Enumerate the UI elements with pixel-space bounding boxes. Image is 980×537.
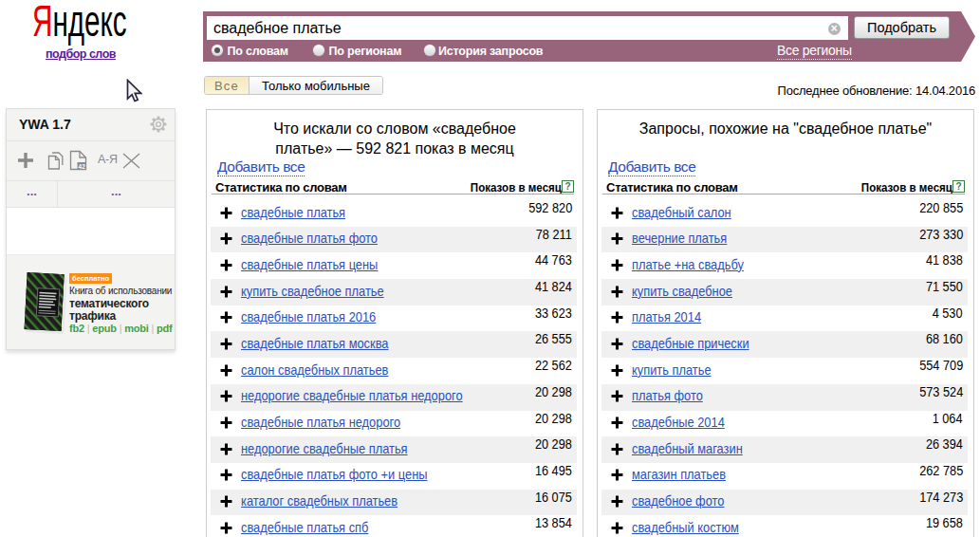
- svg-text:42: 42: [79, 163, 86, 170]
